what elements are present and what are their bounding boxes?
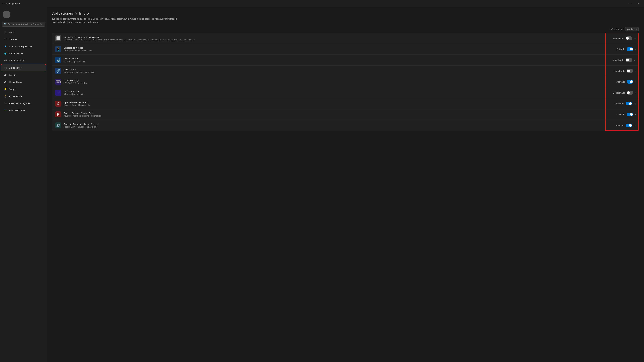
app-row: 🐋 Docker Desktop Docker Inc. | Sin impac… <box>52 55 638 65</box>
privacidad-icon: 🛡 <box>4 102 7 105</box>
app-row: T Microsoft Teams Microsoft | Sin impact… <box>52 87 638 98</box>
app-name: Realtek HD Audio Universal Service <box>64 123 603 125</box>
toggle-track[interactable] <box>626 36 632 40</box>
bluetooth-icon: ✦ <box>4 44 7 48</box>
sidebar-item-label: Red e Internet <box>9 52 23 55</box>
toggle-track[interactable] <box>626 47 633 51</box>
toggle-thumb <box>626 37 629 39</box>
app-row: 📱 Dispositivos móviles Microsoft Windows… <box>52 44 638 55</box>
toggle-switch[interactable] <box>626 80 633 84</box>
close-button[interactable]: ✕ <box>634 1 642 6</box>
app-meta: Docker Inc. | Sin impacto <box>64 60 603 63</box>
minimize-button[interactable]: — <box>626 1 634 6</box>
inicio-icon: ⌂ <box>4 30 7 34</box>
sidebar-item-bluetooth[interactable]: ✦ Bluetooth y dispositivos <box>1 43 46 50</box>
red-icon: ◈ <box>4 52 7 55</box>
app-name: Microsoft Teams <box>64 90 603 93</box>
app-meta: Opera Software | Impacto alto <box>64 104 603 106</box>
main-content: Aplicaciones > Inicio Es posible configu… <box>47 7 644 362</box>
app-row: ⌨ Lenovo Hotkeys LENOVO INC | No medido … <box>52 76 638 87</box>
toggle-switch[interactable] <box>626 47 633 51</box>
app-meta: LENOVO INC | No medido <box>64 82 603 84</box>
app-icon: ⌨ <box>55 79 61 85</box>
sidebar-item-label: Sistema <box>9 38 17 40</box>
toggle-track[interactable] <box>626 69 633 73</box>
sidebar-item-privacidad[interactable]: 🛡 Privacidad y seguridad <box>1 100 46 107</box>
sort-label: ↕ Ordenar por: <box>610 28 624 30</box>
chevron-right-icon[interactable]: › <box>635 48 636 50</box>
app-name: Radeon Software Startup Task <box>64 112 603 114</box>
breadcrumb-separator: > <box>75 11 77 15</box>
app-list: ⬜ No pudimos encontrar esta aplicación. … <box>52 33 639 131</box>
chevron-right-icon[interactable]: › <box>635 113 636 116</box>
sidebar-item-label: Cuentas <box>9 74 17 76</box>
status-label: Activado <box>610 113 625 116</box>
status-label: Activado <box>609 102 624 105</box>
sidebar-item-red[interactable]: ◈ Red e Internet <box>1 50 46 57</box>
external-link-icon[interactable]: ↗ <box>634 124 636 127</box>
toggle-thumb <box>629 102 632 105</box>
status-label: Desactivado <box>610 70 625 72</box>
toggle-switch[interactable] <box>626 123 632 127</box>
sort-bar: ↕ Ordenar por: Nombre ▼ <box>52 27 639 31</box>
chevron-right-icon[interactable]: › <box>635 91 636 94</box>
toggle-switch[interactable] <box>626 91 633 94</box>
chevron-right-icon[interactable]: › <box>635 69 636 72</box>
sidebar-item-sistema[interactable]: 🖥 Sistema <box>1 36 46 42</box>
toggle-thumb <box>630 48 633 50</box>
toggle-track[interactable] <box>626 58 632 62</box>
sidebar-item-windowsupdate[interactable]: ↻ Windows Update <box>1 107 46 114</box>
toggle-track[interactable] <box>626 113 633 116</box>
app-row: ⬜ No pudimos encontrar esta aplicación. … <box>52 33 638 44</box>
toggle-switch[interactable] <box>626 69 633 73</box>
toggle-track[interactable] <box>626 123 632 127</box>
sidebar-item-label: Privacidad y seguridad <box>9 102 31 105</box>
sidebar-item-label: Accesibilidad <box>9 95 22 97</box>
app-list-container: ⬜ No pudimos encontrar esta aplicación. … <box>52 33 639 131</box>
back-button[interactable]: ← <box>2 2 5 5</box>
toggle-thumb <box>627 91 630 94</box>
toggle-thumb <box>629 124 632 127</box>
toggle-switch[interactable] <box>626 58 632 62</box>
breadcrumb-parent: Aplicaciones <box>52 11 73 15</box>
toggle-track[interactable] <box>626 102 632 105</box>
status-label: Activado <box>609 124 624 127</box>
hora-icon: ◷ <box>4 80 7 84</box>
toggle-track[interactable] <box>626 80 633 84</box>
title-bar-title: Configuración <box>6 2 20 5</box>
sidebar-item-label: Personalización <box>9 59 24 62</box>
sidebar-item-label: Juegos <box>9 88 16 90</box>
sidebar-item-accesibilidad[interactable]: 🕴 Accesibilidad <box>1 93 46 99</box>
app-controls: Desactivado ↗ <box>606 58 636 62</box>
sidebar-item-inicio[interactable]: ⌂ Inicio <box>1 29 46 35</box>
sidebar-item-label: Inicio <box>9 31 14 33</box>
toggle-track[interactable] <box>626 91 633 94</box>
toggle-switch[interactable] <box>626 102 632 105</box>
app-info: Enlace Móvil Microsoft Corporation | Sin… <box>64 68 603 73</box>
external-link-icon[interactable]: ↗ <box>634 102 636 105</box>
app-icon: 📱 <box>55 46 61 52</box>
toggle-switch[interactable] <box>626 113 633 116</box>
sort-select[interactable]: Nombre <box>625 27 639 31</box>
toggle-switch[interactable] <box>626 36 632 40</box>
sort-select-wrapper[interactable]: Nombre ▼ <box>625 27 639 31</box>
search-box[interactable]: 🔍 <box>2 22 45 27</box>
sidebar-item-personalizacion[interactable]: ✏ Personalización <box>1 57 46 64</box>
sidebar-item-cuentas[interactable]: ◉ Cuentas <box>1 72 46 78</box>
app-controls: Activado ↗ <box>606 123 636 127</box>
app-info: Opera Browser Assistant Opera Software |… <box>64 101 603 106</box>
external-link-icon[interactable]: ↗ <box>634 37 636 39</box>
app-controls: Activado › <box>606 80 636 84</box>
app-name: Docker Desktop <box>64 57 603 60</box>
app-row: 🔗 Enlace Móvil Microsoft Corporation | S… <box>52 65 638 76</box>
app-icon: R <box>55 111 61 117</box>
app-meta: Advanced Micro Devices Inc. | No medido <box>64 115 603 117</box>
sidebar-item-aplicaciones[interactable]: ⊞ Aplicaciones <box>1 64 46 71</box>
app-info: Realtek HD Audio Universal Service Realt… <box>64 123 603 128</box>
search-input[interactable] <box>8 23 43 25</box>
external-link-icon[interactable]: ↗ <box>634 59 636 61</box>
sidebar-item-hora[interactable]: ◷ Hora e idioma <box>1 79 46 85</box>
avatar <box>3 10 10 18</box>
sidebar-item-juegos[interactable]: ⚡ Juegos <box>1 86 46 92</box>
chevron-right-icon[interactable]: › <box>635 80 636 83</box>
